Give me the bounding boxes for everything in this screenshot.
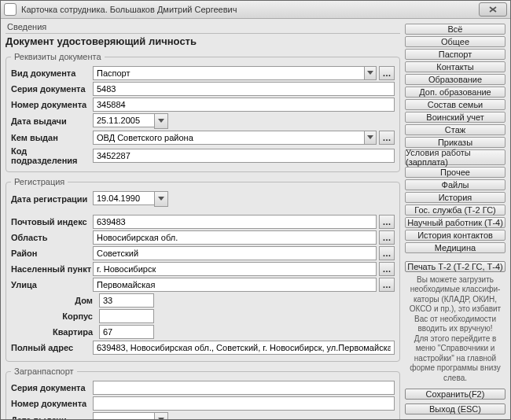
nav-history[interactable]: История: [405, 192, 505, 203]
doc-kind-combo[interactable]: [93, 66, 377, 80]
reg-house-input[interactable]: [99, 293, 154, 308]
nav-education[interactable]: Образование: [405, 74, 505, 85]
doc-kind-input[interactable]: [93, 66, 364, 80]
chevron-down-icon[interactable]: [154, 191, 168, 207]
foreign-date-input[interactable]: [93, 412, 154, 419]
nav-medicine[interactable]: Медицина: [405, 242, 505, 253]
reg-district-label: Район: [11, 249, 93, 258]
nav-contact-history[interactable]: История контактов: [405, 230, 505, 241]
foreign-passport-group: Загранпаспорт Серия документа Номер доку…: [6, 367, 400, 419]
nav-files[interactable]: Файлы: [405, 179, 505, 190]
reg-building-label: Корпус: [11, 311, 99, 321]
reg-region-input[interactable]: [93, 230, 377, 245]
nav-work-terms[interactable]: Условия работы (зарплата): [405, 149, 505, 165]
print-button[interactable]: Печать Т-2 (Т-2 ГС, Т-4): [405, 261, 505, 272]
reg-house-label: Дом: [11, 296, 99, 305]
nav-experience[interactable]: Стаж: [405, 124, 505, 135]
reg-zip-browse[interactable]: …: [379, 215, 395, 229]
reg-city-browse[interactable]: …: [379, 262, 395, 276]
doc-number-input[interactable]: [93, 98, 395, 112]
doc-issuer-combo[interactable]: [93, 131, 377, 145]
doc-series-label: Серия документа: [11, 84, 93, 94]
tab-info[interactable]: Сведения: [6, 22, 400, 34]
page-title: Документ удостоверяющий личность: [6, 35, 400, 47]
nav-other[interactable]: Прочее: [405, 167, 505, 178]
foreign-date-label: Дата выдачи: [11, 415, 93, 419]
app-window: Карточка сотрудника. Большаков Дмитрий С…: [0, 0, 511, 420]
doc-issuer-label: Кем выдан: [11, 133, 93, 142]
doc-date-picker[interactable]: [93, 113, 168, 129]
reg-region-browse[interactable]: …: [379, 230, 395, 245]
save-button[interactable]: Сохранить(F2): [405, 389, 505, 400]
titlebar: Карточка сотрудника. Большаков Дмитрий С…: [1, 1, 510, 19]
registration-legend: Регистрация: [11, 177, 68, 186]
document-legend: Реквизиты документа: [11, 52, 105, 61]
doc-number-label: Номер документа: [11, 100, 93, 109]
reg-date-picker[interactable]: [93, 191, 168, 207]
reg-zip-input[interactable]: [93, 215, 377, 229]
nav-extra-education[interactable]: Доп. образование: [405, 87, 505, 98]
nav-contacts[interactable]: Контакты: [405, 61, 505, 72]
foreign-date-picker[interactable]: [93, 412, 168, 419]
chevron-down-icon[interactable]: [364, 66, 377, 80]
reg-district-input[interactable]: [93, 246, 377, 260]
doc-date-input[interactable]: [93, 113, 154, 127]
doc-kind-label: Вид документа: [11, 68, 93, 78]
main-panel: Сведения Документ удостоверяющий личност…: [1, 19, 405, 419]
reg-city-label: Населенный пункт: [11, 264, 93, 274]
doc-code-label: Код подразделения: [11, 146, 93, 165]
window-title: Карточка сотрудника. Большаков Дмитрий С…: [21, 5, 479, 14]
reg-street-label: Улица: [11, 280, 93, 289]
registration-group: Регистрация Дата регистрации Почтовый ин…: [6, 177, 400, 362]
doc-date-label: Дата выдачи: [11, 116, 93, 126]
reg-apt-input[interactable]: [99, 325, 154, 339]
nav-all[interactable]: Всё: [405, 24, 505, 35]
foreign-number-input[interactable]: [93, 396, 395, 411]
side-panel: Всё Общее Паспорт Контакты Образование Д…: [405, 19, 510, 419]
reg-street-browse[interactable]: …: [379, 278, 395, 292]
nav-general[interactable]: Общее: [405, 36, 505, 47]
reg-apt-label: Квартира: [11, 327, 99, 337]
foreign-number-label: Номер документа: [11, 399, 93, 408]
foreign-series-input[interactable]: [93, 381, 395, 395]
doc-series-input[interactable]: [93, 82, 395, 96]
doc-issuer-browse[interactable]: …: [379, 131, 395, 145]
foreign-series-label: Серия документа: [11, 383, 93, 392]
doc-kind-browse[interactable]: …: [379, 66, 395, 80]
reg-full-input[interactable]: [93, 341, 395, 355]
nav-researcher[interactable]: Научный работник (Т-4): [405, 217, 505, 228]
chevron-down-icon[interactable]: [154, 412, 168, 419]
reg-street-input[interactable]: [93, 278, 377, 292]
nav-gov-service[interactable]: Гос. служба (Т-2 ГС): [405, 204, 505, 216]
exit-button[interactable]: Выход (ESC): [405, 403, 505, 414]
nav-military[interactable]: Воинский учет: [405, 112, 505, 123]
hint-text: Вы можете загрузить необходимые классифи…: [405, 274, 505, 385]
reg-full-label: Полный адрес: [11, 343, 93, 352]
reg-district-browse[interactable]: …: [379, 246, 395, 260]
reg-date-input[interactable]: [93, 191, 154, 205]
reg-zip-label: Почтовый индекс: [11, 217, 93, 227]
nav-orders[interactable]: Приказы: [405, 137, 505, 148]
app-icon: [4, 3, 17, 16]
foreign-legend: Загранпаспорт: [11, 367, 77, 376]
document-group: Реквизиты документа Вид документа … Сери…: [6, 52, 400, 172]
chevron-down-icon[interactable]: [154, 113, 168, 129]
close-icon: [489, 6, 497, 13]
doc-code-input[interactable]: [93, 149, 395, 163]
chevron-down-icon[interactable]: [364, 131, 377, 145]
reg-city-input[interactable]: [93, 262, 377, 276]
nav-passport[interactable]: Паспорт: [405, 49, 505, 60]
doc-issuer-input[interactable]: [93, 131, 364, 145]
nav-family[interactable]: Состав семьи: [405, 99, 505, 110]
reg-region-label: Область: [11, 233, 93, 242]
reg-date-label: Дата регистрации: [11, 194, 93, 204]
reg-building-input[interactable]: [99, 309, 154, 323]
close-button[interactable]: [479, 2, 507, 17]
